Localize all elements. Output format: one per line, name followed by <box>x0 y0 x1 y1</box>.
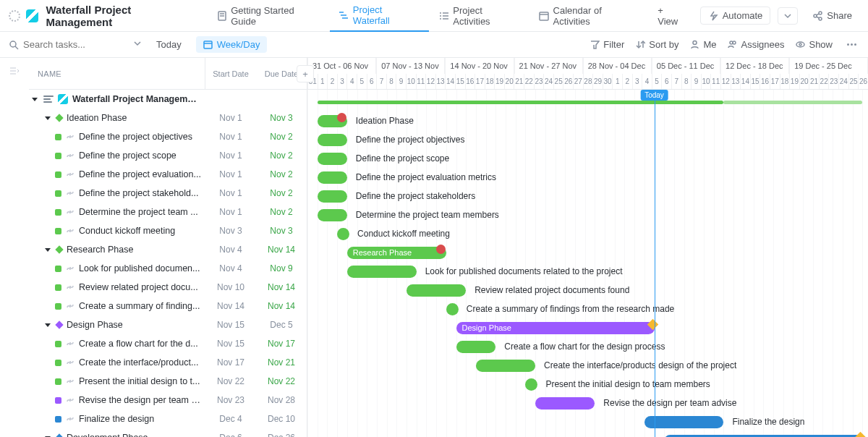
due-date[interactable]: Nov 28 <box>256 395 307 405</box>
automate-dropdown[interactable] <box>778 7 798 25</box>
automate-button[interactable]: Automate <box>700 7 771 25</box>
search-input[interactable] <box>23 39 95 50</box>
column-header-start[interactable]: Start Date <box>205 69 256 78</box>
task-row[interactable]: Create the interface/product...Nov 17Nov… <box>29 353 307 372</box>
show-button[interactable]: Show <box>796 39 833 50</box>
task-row[interactable]: Review related project docu...Nov 10Nov … <box>29 278 307 297</box>
phase-row[interactable]: Development PhaseDec 6Dec 26 <box>29 428 307 437</box>
task-row[interactable]: Present the initial design to t...Nov 22… <box>29 372 307 391</box>
task-row[interactable]: Define the project stakehold...Nov 1Nov … <box>29 184 307 203</box>
phase-row[interactable]: Research PhaseNov 4Nov 14 <box>29 240 307 259</box>
assignees-button[interactable]: Assignees <box>728 39 784 50</box>
start-date[interactable]: Nov 1 <box>205 150 256 161</box>
caret-down-icon[interactable] <box>32 98 38 101</box>
due-date[interactable]: Nov 14 <box>256 301 307 311</box>
add-column-button[interactable]: + <box>297 65 314 82</box>
gantt-bar[interactable] <box>347 266 417 278</box>
caret-down-icon[interactable] <box>45 323 51 327</box>
caret-down-icon[interactable] <box>45 248 51 252</box>
task-row[interactable]: Define the project scopeNov 1Nov 2 <box>29 146 307 165</box>
start-date[interactable]: Dec 6 <box>205 433 256 437</box>
due-date[interactable]: Nov 14 <box>256 282 307 292</box>
start-date[interactable]: Nov 23 <box>205 395 256 405</box>
due-date[interactable]: Nov 2 <box>256 132 307 142</box>
start-date[interactable]: Nov 1 <box>205 132 256 142</box>
due-date[interactable]: Dec 5 <box>256 320 307 330</box>
gantt-bar[interactable]: Research Phase <box>347 247 446 259</box>
sortby-button[interactable]: Sort by <box>636 39 678 50</box>
collapse-sidebar-icon[interactable] <box>9 65 20 77</box>
start-date[interactable]: Nov 4 <box>205 263 256 273</box>
status-square-icon[interactable] <box>55 303 61 310</box>
due-date[interactable]: Nov 2 <box>256 150 307 161</box>
due-date[interactable]: Nov 2 <box>256 188 307 198</box>
task-row[interactable]: Determine the project team ...Nov 1Nov 2 <box>29 203 307 221</box>
search-box[interactable] <box>9 39 124 50</box>
due-date[interactable]: Nov 22 <box>256 376 307 386</box>
caret-down-icon[interactable] <box>45 116 51 120</box>
start-date[interactable]: Nov 1 <box>205 113 256 123</box>
start-date[interactable]: Nov 4 <box>205 245 256 255</box>
filter-button[interactable]: Filter <box>590 39 624 50</box>
status-square-icon[interactable] <box>55 284 61 291</box>
status-square-icon[interactable] <box>55 341 61 347</box>
gantt-bar[interactable] <box>644 416 724 428</box>
task-row[interactable]: Look for published documen...Nov 4Nov 9 <box>29 259 307 278</box>
gantt-bar[interactable] <box>318 190 347 203</box>
phase-row[interactable]: Design PhaseNov 15Dec 5 <box>29 315 307 334</box>
task-row[interactable]: Finalize the designDec 4Dec 10 <box>29 410 307 428</box>
due-date[interactable]: Dec 10 <box>256 414 307 424</box>
project-row[interactable]: Waterfall Project Management <box>29 90 307 109</box>
gantt-bar[interactable] <box>407 284 466 297</box>
task-row[interactable]: Conduct kickoff meetingNov 3Nov 3 <box>29 221 307 240</box>
due-date[interactable]: Nov 3 <box>256 113 307 123</box>
phase-row[interactable]: Ideation PhaseNov 1Nov 3 <box>29 109 307 127</box>
due-date[interactable]: Nov 2 <box>256 169 307 179</box>
tab-project-activities[interactable]: Project Activities <box>430 0 529 32</box>
today-button[interactable]: Today <box>150 36 187 53</box>
due-date[interactable]: Nov 2 <box>256 207 307 217</box>
task-row[interactable]: Create a summary of finding...Nov 14Nov … <box>29 297 307 315</box>
more-options-button[interactable] <box>844 41 859 48</box>
status-square-icon[interactable] <box>55 378 61 385</box>
start-date[interactable]: Nov 14 <box>205 301 256 311</box>
start-date[interactable]: Nov 22 <box>205 376 256 386</box>
share-button[interactable]: Share <box>805 7 859 24</box>
gantt-bar[interactable]: Design Phase <box>456 322 655 334</box>
status-square-icon[interactable] <box>55 416 61 423</box>
gantt-bar[interactable] <box>456 341 496 353</box>
zoom-segment[interactable]: Week/Day <box>196 36 268 53</box>
start-date[interactable]: Nov 1 <box>205 207 256 217</box>
due-date[interactable]: Dec 26 <box>256 433 307 437</box>
gantt-bar[interactable] <box>318 209 347 221</box>
start-date[interactable]: Dec 4 <box>205 414 256 424</box>
column-header-name[interactable]: NAME <box>29 69 205 78</box>
tab-getting-started[interactable]: Getting Started Guide <box>208 0 329 32</box>
start-date[interactable]: Nov 1 <box>205 169 256 179</box>
me-button[interactable]: Me <box>690 39 716 50</box>
gantt-bar[interactable] <box>318 171 347 184</box>
task-row[interactable]: Define the project evaluation...Nov 1Nov… <box>29 165 307 184</box>
gantt-bar[interactable] <box>525 378 537 391</box>
status-square-icon[interactable] <box>55 266 61 272</box>
task-row[interactable]: Create a flow chart for the d...Nov 15No… <box>29 334 307 353</box>
start-date[interactable]: Nov 3 <box>205 226 256 236</box>
status-square-icon[interactable] <box>55 360 61 366</box>
start-date[interactable]: Nov 17 <box>205 357 256 368</box>
gantt-bar[interactable]: Development Phase <box>664 435 862 438</box>
task-row[interactable]: Revise the design per team a...Nov 23Nov… <box>29 391 307 410</box>
due-date[interactable]: Nov 3 <box>256 226 307 236</box>
gantt-bar[interactable] <box>535 397 595 410</box>
start-date[interactable]: Nov 15 <box>205 339 256 349</box>
gantt-bar[interactable] <box>337 228 349 240</box>
status-square-icon[interactable] <box>55 228 61 234</box>
tab-project-waterfall[interactable]: Project Waterfall <box>330 0 428 32</box>
due-date[interactable]: Nov 9 <box>256 263 307 273</box>
start-date[interactable]: Nov 1 <box>205 188 256 198</box>
tab-calendar[interactable]: Calendar of Activities <box>530 0 647 32</box>
status-square-icon[interactable] <box>55 134 61 140</box>
start-date[interactable]: Nov 15 <box>205 320 256 330</box>
gantt-bar[interactable] <box>318 153 347 165</box>
search-dropdown[interactable] <box>133 39 142 50</box>
task-row[interactable]: Define the project objectivesNov 1Nov 2 <box>29 127 307 146</box>
